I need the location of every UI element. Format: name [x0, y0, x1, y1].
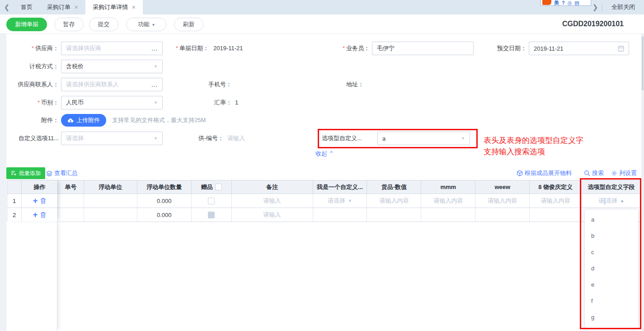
- row-number-header: [7, 180, 22, 194]
- function-menu-button[interactable]: 功能 ▾: [126, 18, 166, 31]
- custom-option11-select[interactable]: 请选择 ▼: [61, 132, 163, 145]
- search-link[interactable]: 搜索: [584, 169, 604, 178]
- widget-circle-icon: ◎: [568, 0, 572, 5]
- column-header-3: 浮动单位: [84, 180, 137, 194]
- new-document-button[interactable]: 新增单据: [6, 18, 47, 31]
- cell: [192, 194, 232, 208]
- detail-grid: 操作单号浮动单位浮动单位数量赠品备注我是一个自定义...货品-数值mmmweew…: [7, 180, 641, 222]
- input-value: 2019-11-21: [534, 45, 618, 52]
- dropdown-option[interactable]: d: [585, 260, 638, 277]
- cell-input[interactable]: 请输入内容: [379, 197, 409, 205]
- cell: [192, 208, 232, 222]
- supplier-contact-label: 供应商联系人：: [0, 78, 59, 91]
- select-value: a: [382, 135, 461, 142]
- widget-glyph-icon: 美: [554, 0, 559, 5]
- supplier-label: *供应商：: [0, 42, 59, 55]
- action-toolbar: 新增单据 暂存 提交 功能 ▾ 刷新 CGDD2019200101: [0, 14, 644, 34]
- cell: [530, 208, 582, 222]
- supplier-no-label: 供-编号：: [179, 132, 224, 145]
- refresh-button[interactable]: 刷新: [174, 18, 203, 31]
- chevron-down-icon: ▼: [154, 100, 158, 105]
- cell: +: [22, 194, 58, 208]
- cell: [58, 194, 84, 208]
- button-label: 上传附件: [76, 116, 100, 124]
- delivery-date-label: 预交日期：: [477, 42, 526, 55]
- add-row-icon[interactable]: +: [33, 197, 38, 205]
- select-value: 含税价: [66, 62, 154, 71]
- tab-purchase-order-detail[interactable]: 采购订单详情 ✕: [85, 0, 143, 14]
- chevron-down-icon: ▾: [152, 22, 155, 27]
- supplier-no-input[interactable]: 请输入: [227, 132, 245, 145]
- cell-input[interactable]: 请输入内容: [488, 197, 517, 205]
- ellipsis-icon[interactable]: ...: [151, 81, 158, 88]
- cell-input[interactable]: 请输入内容: [541, 197, 570, 205]
- tabs-back-icon[interactable]: ❮: [0, 0, 14, 14]
- ellipsis-icon[interactable]: ...: [151, 45, 158, 52]
- supplier-contact-input[interactable]: 请选择供应商联系人 ...: [61, 78, 163, 91]
- gift-header-checkbox[interactable]: [215, 184, 222, 190]
- annotation-line: 表头及表身的选项型自定义字: [484, 135, 583, 146]
- custom-option11-label: 自定义选项11...: [0, 132, 59, 145]
- cell-input[interactable]: 请输入: [263, 211, 281, 219]
- delete-row-icon[interactable]: [40, 198, 46, 204]
- floating-widget[interactable]: 美 ? ◎ ▤: [541, 0, 591, 6]
- dropdown-option[interactable]: b: [585, 228, 638, 244]
- close-icon[interactable]: ✕: [132, 5, 136, 10]
- close-icon[interactable]: ✕: [74, 5, 78, 10]
- cell-input[interactable]: 请输入: [263, 197, 281, 205]
- cube-icon: [517, 170, 523, 176]
- gift-checkbox[interactable]: [208, 198, 215, 204]
- delivery-date-input[interactable]: 2019-11-21: [529, 42, 629, 55]
- currency-select[interactable]: 人民币 ▼: [61, 96, 163, 109]
- collapse-link[interactable]: 收起 ⌃: [315, 150, 334, 158]
- column-settings-link[interactable]: 列设置: [611, 169, 637, 178]
- cell-select-open[interactable]: 请选择▲: [582, 194, 641, 208]
- salesman-input[interactable]: 毛伊宁: [372, 42, 474, 55]
- cell: 请输入内容: [530, 194, 582, 208]
- attachment-label: 附件：: [0, 113, 59, 127]
- dropdown-option[interactable]: e: [585, 277, 638, 293]
- link-label: 搜索: [592, 169, 604, 177]
- column-header-6: 备注: [232, 180, 313, 194]
- upload-attachment-button[interactable]: 上传附件: [61, 114, 106, 127]
- add-row-icon[interactable]: +: [33, 211, 38, 219]
- submit-button[interactable]: 提交: [89, 18, 118, 31]
- cell-select[interactable]: 请选择▼: [313, 194, 367, 208]
- dropdown-option[interactable]: g: [585, 309, 638, 326]
- delete-row-icon[interactable]: [40, 212, 46, 218]
- required-star: *: [176, 45, 178, 52]
- dropdown-option[interactable]: f: [585, 293, 638, 309]
- calendar-icon[interactable]: [618, 45, 624, 52]
- batch-add-button[interactable]: 批量添加: [6, 167, 45, 179]
- column-header-4: 浮动单位数量: [137, 180, 192, 194]
- tab-home[interactable]: 首页: [14, 0, 40, 14]
- save-draft-button[interactable]: 暂存: [54, 18, 84, 31]
- search-icon: [584, 170, 590, 176]
- currency-label: *币别：: [0, 96, 59, 109]
- annotation-text: 表头及表身的选项型自定义字 支持输入搜索选项: [484, 135, 583, 157]
- cell: [475, 208, 530, 222]
- input-value: 毛伊宁: [377, 44, 469, 52]
- placeholder: 请选择: [66, 134, 154, 142]
- gift-checkbox-disabled[interactable]: [208, 212, 215, 218]
- column-header-5: 赠品: [192, 180, 232, 194]
- frozen-column-tail: [7, 222, 57, 331]
- option-custom-select[interactable]: a ▼: [377, 132, 470, 145]
- cell-value: 0.000: [157, 198, 172, 204]
- view-summary-link[interactable]: 查看汇总: [46, 169, 78, 178]
- cell: 0.000: [137, 208, 192, 222]
- tab-purchase-order[interactable]: 采购订单 ✕: [40, 0, 85, 14]
- tax-method-select[interactable]: 含税价 ▼: [61, 60, 163, 73]
- close-all-button[interactable]: 全部关闭: [602, 0, 644, 14]
- scrollbar-thumb[interactable]: [642, 36, 644, 90]
- cell: [421, 208, 475, 222]
- required-star: *: [38, 99, 40, 106]
- address-label: 地址：: [319, 78, 364, 91]
- cell-input[interactable]: 请输入内容: [433, 197, 463, 205]
- mobile-label: 手机号：: [179, 78, 232, 91]
- link-label: 列设置: [619, 169, 637, 177]
- supplier-input[interactable]: 请选择供应商 ...: [61, 42, 163, 55]
- dropdown-option[interactable]: a: [585, 212, 638, 228]
- expand-material-link[interactable]: 根据成品展开物料: [517, 169, 572, 178]
- dropdown-option[interactable]: c: [585, 244, 638, 260]
